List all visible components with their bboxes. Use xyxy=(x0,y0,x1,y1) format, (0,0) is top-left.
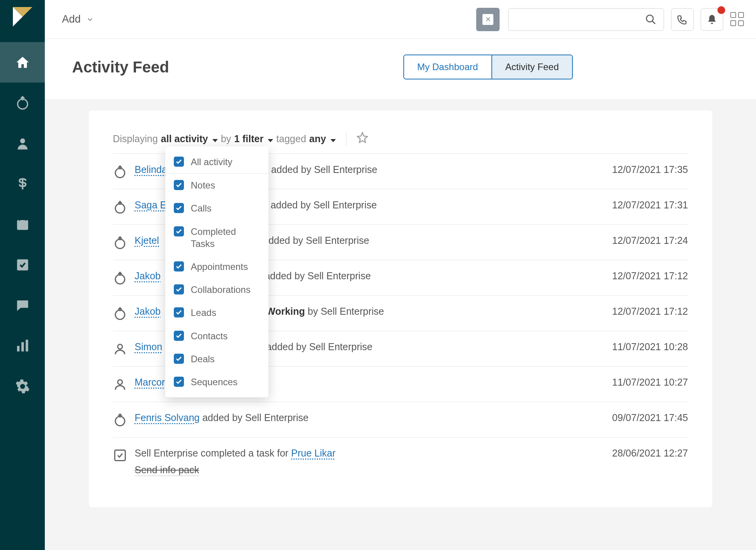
feed-text: added by Sell Enterprise xyxy=(268,199,377,210)
close-icon: ✕ xyxy=(482,14,493,25)
chevron-down-icon xyxy=(86,16,94,23)
checkbox-checked[interactable] xyxy=(174,307,184,317)
feed-text: added by Sell Enterprise xyxy=(200,412,308,423)
contact-icon xyxy=(113,377,127,391)
sidebar-contacts[interactable] xyxy=(0,123,45,164)
close-panel-button[interactable]: ✕ xyxy=(476,8,500,31)
content: Displaying all activity by 1 filter tagg… xyxy=(45,99,756,550)
page-header: Activity Feed My Dashboard Activity Feed xyxy=(45,39,756,99)
dropdown-leads[interactable]: Leads xyxy=(165,301,268,324)
checkbox-checked[interactable] xyxy=(174,261,184,271)
caret-down-icon xyxy=(212,139,218,142)
svg-point-13 xyxy=(115,275,125,284)
page-title: Activity Feed xyxy=(72,58,169,76)
checkbox-checked[interactable] xyxy=(174,354,184,364)
main: Add ✕ Activity Feed xyxy=(45,0,756,550)
feed-link[interactable]: Kjetel xyxy=(135,235,159,246)
svg-point-10 xyxy=(115,168,125,178)
feed-text: Sell Enterprise completed a task for xyxy=(135,448,291,458)
sidebar-reports[interactable] xyxy=(0,326,45,366)
svg-rect-7 xyxy=(21,342,23,352)
task-name[interactable]: Send info pack xyxy=(135,464,199,476)
checkbox-checked[interactable] xyxy=(174,180,184,190)
lead-icon xyxy=(113,413,127,427)
tab-activity[interactable]: Activity Feed xyxy=(491,55,572,79)
svg-rect-18 xyxy=(115,450,125,461)
feed-link[interactable]: Prue Likar xyxy=(291,448,336,458)
checkbox-checked[interactable] xyxy=(174,284,184,294)
filter-displaying: Displaying xyxy=(113,133,158,145)
filter-owner-dropdown[interactable]: 1 filter xyxy=(234,133,273,145)
dropdown-calls[interactable]: Calls xyxy=(165,197,268,220)
svg-rect-6 xyxy=(17,346,19,351)
activity-type-dropdown: All activity Notes Calls Completed Tasks xyxy=(165,146,268,397)
svg-point-14 xyxy=(115,310,125,319)
sidebar-tasks[interactable] xyxy=(0,245,45,285)
feed-text: added by Sell Enterprise xyxy=(268,164,377,175)
sidebar-calendar[interactable] xyxy=(0,204,45,245)
sidebar-deals[interactable] xyxy=(0,164,45,204)
feed-link[interactable]: Belinda xyxy=(135,164,167,175)
favorite-button[interactable] xyxy=(357,132,368,146)
apps-button[interactable] xyxy=(730,12,745,27)
filter-tag-dropdown[interactable]: any xyxy=(309,133,336,145)
filter-activity-dropdown[interactable]: all activity xyxy=(161,133,218,145)
checkbox-checked[interactable] xyxy=(174,226,184,236)
sidebar-comms[interactable] xyxy=(0,285,45,326)
feed-text: added by Sell Enterprise xyxy=(262,270,371,281)
feed-link[interactable]: Jakob xyxy=(135,270,161,281)
lead-icon xyxy=(113,307,127,321)
dropdown-sequences[interactable]: Sequences xyxy=(165,370,268,393)
tab-group: My Dashboard Activity Feed xyxy=(403,55,573,79)
dropdown-appointments[interactable]: Appointments xyxy=(165,255,268,278)
feed-link[interactable]: Simon xyxy=(135,341,163,352)
dropdown-completed-tasks[interactable]: Completed Tasks xyxy=(165,220,268,255)
sidebar-settings[interactable] xyxy=(0,366,45,407)
feed-link[interactable]: Marcor xyxy=(135,377,165,388)
feed-time: 12/07/2021 17:12 xyxy=(612,306,688,317)
sidebar-home[interactable] xyxy=(0,42,45,83)
filter-tagged: tagged xyxy=(276,133,306,145)
feed-time: 12/07/2021 17:35 xyxy=(612,164,688,175)
topbar: Add ✕ xyxy=(45,0,756,39)
dropdown-collaborations[interactable]: Collaborations xyxy=(165,278,268,301)
activity-card: Displaying all activity by 1 filter tagg… xyxy=(89,111,712,507)
svg-point-15 xyxy=(118,344,122,349)
svg-rect-4 xyxy=(17,220,28,230)
bell-icon xyxy=(707,14,717,25)
caret-down-icon xyxy=(330,139,336,142)
lead-icon xyxy=(113,165,127,179)
dropdown-notes[interactable]: Notes xyxy=(165,174,268,197)
feed-text: added by Sell Enterprise xyxy=(260,235,369,246)
sidebar-leads[interactable] xyxy=(0,83,45,123)
tab-dashboard[interactable]: My Dashboard xyxy=(404,55,491,79)
checkbox-checked[interactable] xyxy=(174,157,184,167)
svg-point-16 xyxy=(118,380,122,384)
notification-dot xyxy=(717,6,725,14)
feed-time: 12/07/2021 17:12 xyxy=(612,270,688,282)
feed-link[interactable]: Saga E xyxy=(135,199,167,210)
phone-button[interactable] xyxy=(671,8,694,31)
search-icon xyxy=(645,14,657,25)
svg-rect-8 xyxy=(25,340,28,351)
feed-link[interactable]: Fenris Solvang xyxy=(135,412,200,423)
caret-down-icon xyxy=(268,139,273,142)
lead-icon xyxy=(113,271,127,285)
dropdown-all-activity[interactable]: All activity xyxy=(165,150,268,174)
lead-icon xyxy=(113,200,127,214)
dropdown-contacts[interactable]: Contacts xyxy=(165,324,268,347)
feed-link[interactable]: Jakob xyxy=(135,306,161,317)
add-button[interactable]: Add xyxy=(56,9,100,29)
checkbox-checked[interactable] xyxy=(174,331,184,341)
svg-point-2 xyxy=(18,99,27,109)
search-input[interactable] xyxy=(508,8,664,31)
dropdown-deals[interactable]: Deals xyxy=(165,347,268,370)
feed-time: 09/07/2021 17:45 xyxy=(612,412,688,423)
checkbox-checked[interactable] xyxy=(174,377,184,387)
checkbox-checked[interactable] xyxy=(174,203,184,213)
sidebar xyxy=(0,0,45,550)
notifications-button[interactable] xyxy=(701,8,723,31)
feed-time: 12/07/2021 17:24 xyxy=(612,235,688,246)
svg-point-11 xyxy=(115,204,125,213)
feed-text: added by Sell Enterprise xyxy=(263,341,372,352)
